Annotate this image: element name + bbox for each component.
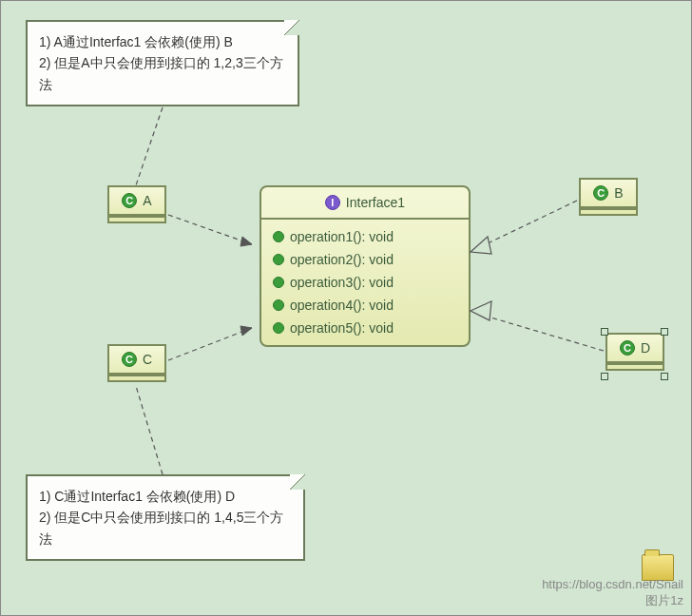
operation-row: operation5(): void xyxy=(271,317,459,339)
public-icon xyxy=(273,299,284,311)
note-c-line2: 2) 但是C中只会使用到接口的 1,4,5三个方法 xyxy=(39,507,292,549)
svg-line-8 xyxy=(488,317,604,351)
svg-line-1 xyxy=(136,386,163,474)
class-d[interactable]: C D xyxy=(606,333,664,371)
watermark: https://blog.csdn.net/Snail 图片1z xyxy=(542,577,683,609)
class-icon: C xyxy=(122,352,137,367)
class-a-name: A xyxy=(143,193,151,208)
selection-handle[interactable] xyxy=(601,328,608,336)
note-c: 1) C通过Interfac1 会依赖(使用) D 2) 但是C中只会使用到接口… xyxy=(26,474,305,561)
svg-marker-5 xyxy=(240,326,252,336)
svg-line-2 xyxy=(168,215,252,244)
class-b: C B xyxy=(579,178,638,216)
note-a: 1) A通过Interfac1 会依赖(使用) B 2) 但是A中只会使用到接口… xyxy=(26,20,299,106)
interface-name: Interface1 xyxy=(346,195,405,210)
svg-line-0 xyxy=(136,107,163,185)
operation-row: operation3(): void xyxy=(271,271,459,294)
svg-marker-9 xyxy=(471,301,491,320)
selection-handle[interactable] xyxy=(661,373,668,380)
public-icon xyxy=(273,277,284,288)
svg-marker-3 xyxy=(240,237,252,246)
class-icon: C xyxy=(620,340,635,356)
class-d-name: D xyxy=(641,340,650,356)
operation-row: operation2(): void xyxy=(271,248,459,271)
note-c-line1: 1) C通过Interfac1 会依赖(使用) D xyxy=(39,486,292,507)
class-c-name: C xyxy=(143,352,152,367)
svg-line-4 xyxy=(168,328,252,360)
note-a-line1: 1) A通过Interfac1 会依赖(使用) B xyxy=(39,31,286,52)
selection-handle[interactable] xyxy=(601,373,608,380)
class-a: C A xyxy=(107,185,166,223)
class-c: C C xyxy=(107,344,166,382)
svg-line-6 xyxy=(486,201,577,244)
operation-row: operation4(): void xyxy=(271,294,459,317)
public-icon xyxy=(273,322,284,334)
interface-box: I Interface1 operation1(): void operatio… xyxy=(260,185,471,347)
public-icon xyxy=(273,254,284,265)
public-icon xyxy=(273,231,284,242)
class-icon: C xyxy=(593,185,608,201)
class-icon: C xyxy=(122,193,137,208)
class-b-name: B xyxy=(614,185,623,201)
svg-marker-7 xyxy=(471,237,491,254)
operation-row: operation1(): void xyxy=(271,225,459,248)
interface-icon: I xyxy=(325,195,340,210)
selection-handle[interactable] xyxy=(661,328,668,336)
note-a-line2: 2) 但是A中只会使用到接口的 1,2,3三个方法 xyxy=(39,52,286,95)
